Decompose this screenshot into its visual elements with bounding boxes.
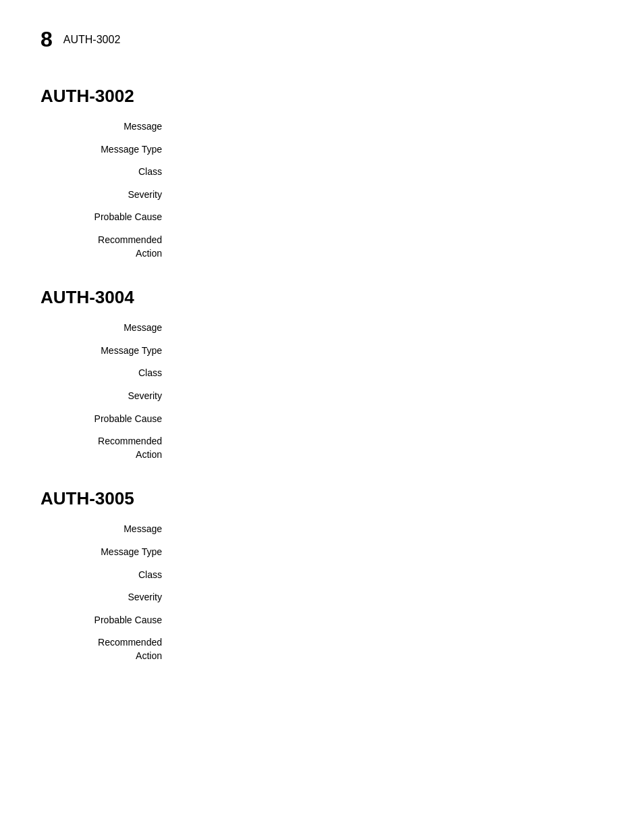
field-label-auth3004-2: Class (41, 367, 176, 380)
field-row-auth3005-3: Severity (41, 591, 603, 604)
field-row-auth3004-0: Message (41, 321, 603, 335)
field-label-auth3002-4: Probable Cause (41, 211, 176, 224)
field-row-auth3005-1: Message Type (41, 546, 603, 559)
field-row-auth3002-2: Class (41, 165, 603, 179)
field-row-auth3005-4: Probable Cause (41, 614, 603, 627)
field-label-auth3002-5: RecommendedAction (41, 234, 176, 260)
section-title-auth3005: AUTH-3005 (41, 488, 603, 509)
page-title-header: AUTH-3002 (63, 34, 120, 46)
field-row-auth3005-2: Class (41, 569, 603, 582)
field-row-auth3002-4: Probable Cause (41, 211, 603, 224)
field-row-auth3002-5: RecommendedAction (41, 234, 603, 260)
field-row-auth3004-2: Class (41, 367, 603, 380)
field-label-auth3004-5: RecommendedAction (41, 435, 176, 461)
field-label-auth3005-1: Message Type (41, 546, 176, 559)
field-label-auth3002-0: Message (41, 120, 176, 134)
page-number: 8 (41, 27, 53, 52)
field-label-auth3005-3: Severity (41, 591, 176, 604)
field-label-auth3005-2: Class (41, 569, 176, 582)
field-label-auth3002-2: Class (41, 165, 176, 179)
field-row-auth3002-0: Message (41, 120, 603, 134)
field-label-auth3002-3: Severity (41, 188, 176, 202)
field-label-auth3005-5: RecommendedAction (41, 636, 176, 662)
section-auth3002: AUTH-3002MessageMessage TypeClassSeverit… (41, 86, 603, 260)
section-auth3004: AUTH-3004MessageMessage TypeClassSeverit… (41, 287, 603, 461)
page-header: 8 AUTH-3002 (41, 27, 603, 59)
field-row-auth3004-3: Severity (41, 390, 603, 403)
field-label-auth3004-0: Message (41, 321, 176, 335)
field-label-auth3005-4: Probable Cause (41, 614, 176, 627)
field-row-auth3005-0: Message (41, 523, 603, 536)
section-title-auth3002: AUTH-3002 (41, 86, 603, 107)
field-label-auth3004-4: Probable Cause (41, 413, 176, 426)
field-row-auth3004-1: Message Type (41, 344, 603, 358)
field-label-auth3005-0: Message (41, 523, 176, 536)
field-row-auth3002-3: Severity (41, 188, 603, 202)
field-label-auth3004-3: Severity (41, 390, 176, 403)
sections-container: AUTH-3002MessageMessage TypeClassSeverit… (41, 86, 603, 662)
field-label-auth3004-1: Message Type (41, 344, 176, 358)
section-title-auth3004: AUTH-3004 (41, 287, 603, 308)
field-row-auth3002-1: Message Type (41, 143, 603, 157)
section-auth3005: AUTH-3005MessageMessage TypeClassSeverit… (41, 488, 603, 662)
field-row-auth3005-5: RecommendedAction (41, 636, 603, 662)
field-row-auth3004-4: Probable Cause (41, 413, 603, 426)
field-label-auth3002-1: Message Type (41, 143, 176, 157)
field-row-auth3004-5: RecommendedAction (41, 435, 603, 461)
